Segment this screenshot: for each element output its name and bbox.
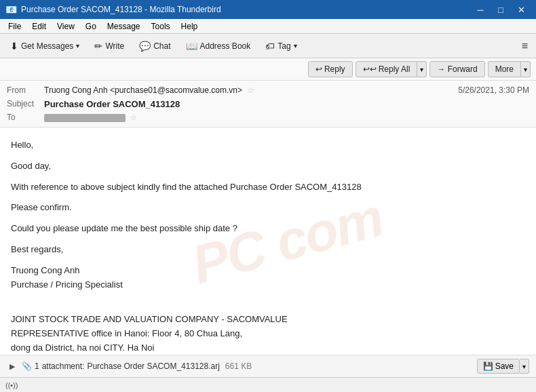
menu-view[interactable]: View — [52, 20, 80, 33]
save-group: 💾 Save ▾ — [477, 359, 529, 374]
body-confirm: Please confirm. — [11, 201, 525, 215]
minimize-button[interactable]: ─ — [471, 2, 490, 17]
main-toolbar: ⬇ Get Messages ▾ ✏ Write 💬 Chat 📖 Addres… — [0, 34, 536, 58]
to-star-icon[interactable]: ☆ — [130, 113, 137, 121]
hamburger-button[interactable]: ≡ — [518, 37, 532, 55]
window-title: Purchase Order SACOM_413128 - Mozilla Th… — [21, 5, 471, 14]
reply-all-button[interactable]: ↩↩ Reply All — [356, 61, 418, 77]
main-content: ↩ Reply ↩↩ Reply All ▾ → Forward More ▾ … — [0, 58, 536, 377]
body-reference: With reference to above subject kindly f… — [11, 180, 525, 195]
get-messages-icon: ⬇ — [10, 41, 18, 52]
body-update: Could you please update me the best poss… — [11, 222, 525, 236]
close-button[interactable]: ✕ — [512, 2, 531, 17]
menu-help[interactable]: Help — [176, 20, 204, 33]
reply-icon: ↩ — [315, 64, 322, 74]
more-button[interactable]: More — [488, 61, 521, 77]
save-label: Save — [495, 361, 514, 371]
address-book-icon: 📖 — [186, 41, 197, 52]
more-group: More ▾ — [488, 61, 531, 77]
wifi-icon: ((•)) — [5, 381, 18, 389]
menu-edit[interactable]: Edit — [26, 20, 52, 33]
write-button[interactable]: ✏ Write — [88, 37, 130, 55]
attachment-clip-icon: 📎 — [22, 361, 32, 371]
attachment-toggle[interactable]: ▶ — [7, 361, 18, 372]
forward-button[interactable]: → Forward — [429, 61, 484, 77]
subject-row: Subject Purchase Order SACOM_413128 — [7, 97, 529, 111]
get-messages-button[interactable]: ⬇ Get Messages ▾ — [4, 37, 85, 55]
address-book-button[interactable]: 📖 Address Book — [180, 37, 257, 55]
attachment-info: 📎 1 attachment: Purchase Order SACOM_413… — [22, 361, 252, 371]
attachment-label: attachment: — [42, 361, 85, 371]
tag-button[interactable]: 🏷 Tag ▾ — [259, 37, 303, 55]
save-dropdown[interactable]: ▾ — [520, 359, 529, 374]
email-body: PC com Hello, Good day, With reference t… — [0, 128, 536, 355]
body-company: JOINT STOCK TRADE AND VALUATION COMPANY … — [11, 298, 525, 355]
save-button[interactable]: 💾 Save — [477, 359, 520, 374]
window-controls: ─ □ ✕ — [471, 2, 531, 17]
reply-all-dropdown[interactable]: ▾ — [417, 61, 427, 77]
star-icon[interactable]: ☆ — [247, 85, 254, 95]
body-goodday: Good day, — [11, 159, 525, 174]
body-hello: Hello, — [11, 138, 525, 153]
attachment-name: Purchase Order SACOM_413128.arj — [87, 361, 219, 371]
menu-message[interactable]: Message — [102, 20, 146, 33]
more-dropdown[interactable]: ▾ — [521, 61, 531, 77]
save-icon: 💾 — [483, 361, 493, 371]
from-row: From Truong Cong Anh <purchase01@sacomva… — [7, 83, 529, 97]
chat-button[interactable]: 💬 Chat — [133, 37, 176, 55]
maximize-button[interactable]: □ — [491, 2, 510, 17]
reply-all-group: ↩↩ Reply All ▾ — [356, 61, 427, 77]
write-icon: ✏ — [94, 41, 102, 52]
app-icon: 📧 — [5, 4, 17, 15]
to-redacted — [44, 114, 126, 122]
reply-all-icon: ↩↩ — [363, 64, 377, 74]
menu-go[interactable]: Go — [80, 20, 102, 33]
to-label: To — [7, 113, 44, 122]
menu-bar: File Edit View Go Message Tools Help — [0, 19, 536, 34]
from-value: Truong Cong Anh <purchase01@sacomvalue.c… — [44, 85, 458, 95]
email-date: 5/26/2021, 3:30 PM — [458, 85, 529, 95]
reply-button[interactable]: ↩ Reply — [308, 61, 353, 77]
to-row: To ☆ — [7, 111, 529, 124]
menu-tools[interactable]: Tools — [146, 20, 176, 33]
status-bar: ((•)) — [0, 377, 536, 392]
body-regards: Best regards, — [11, 243, 525, 257]
email-metadata: From Truong Cong Anh <purchase01@sacomva… — [0, 81, 536, 128]
email-action-bar: ↩ Reply ↩↩ Reply All ▾ → Forward More ▾ — [0, 58, 536, 81]
attachment-bar: ▶ 📎 1 attachment: Purchase Order SACOM_4… — [0, 355, 536, 377]
to-value: ☆ — [44, 113, 529, 122]
menu-file[interactable]: File — [3, 20, 26, 33]
email-subject: Purchase Order SACOM_413128 — [44, 99, 529, 109]
title-bar: 📧 Purchase Order SACOM_413128 - Mozilla … — [0, 0, 536, 19]
subject-label: Subject — [7, 99, 44, 109]
attachment-count: 1 — [35, 361, 39, 371]
body-name: Truong Cong Anh Purchase / Pricing Speci… — [11, 264, 525, 292]
attachment-size: 661 KB — [225, 361, 252, 371]
from-label: From — [7, 85, 44, 95]
chat-icon: 💬 — [139, 41, 151, 52]
tag-icon: 🏷 — [265, 41, 275, 52]
